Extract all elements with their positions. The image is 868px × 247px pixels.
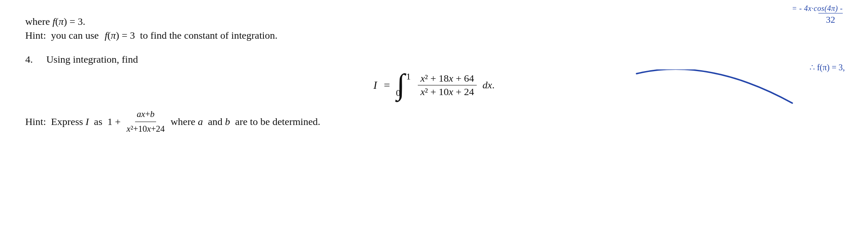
dx-label: dx. [483, 80, 495, 91]
main-content: where f(π) = 3. Hint: you can use f(π) =… [0, 8, 868, 143]
integral-symbol: 1 ∫ 0 [397, 73, 405, 98]
integral-block: I = 1 ∫ 0 x² + 18x + 64 x² + 10x + 24 [25, 73, 843, 98]
hint1-line: Hint: you can use f(π) = 3 to find the c… [25, 30, 843, 41]
hint2-line: Hint: Express I as 1 + ax+b x²+10x+24 wh… [25, 108, 843, 135]
integral-fraction: x² + 18x + 64 x² + 10x + 24 [418, 73, 477, 98]
page-container: = - 4x·cos(4π) - 32 ∴ f(π) = 3, where f(… [0, 0, 868, 247]
denominator: x² + 10x + 24 [418, 85, 477, 98]
question-number: 4. [25, 53, 46, 65]
annotation-line2: 32 [818, 13, 843, 27]
hint2-denominator: x²+10x+24 [125, 122, 167, 136]
annotation-top-right: = - 4x·cos(4π) - 32 [792, 3, 843, 27]
equals-sign: = [384, 79, 390, 92]
question-4-row: 4. Using integration, find [25, 53, 843, 65]
question-text: Using integration, find [46, 53, 138, 65]
upper-limit: 1 [406, 72, 411, 81]
numerator: x² + 18x + 64 [418, 73, 477, 85]
integral-expression: I = 1 ∫ 0 x² + 18x + 64 x² + 10x + 24 [374, 73, 495, 98]
annotation-line1: = - 4x·cos(4π) - [792, 3, 843, 14]
hint2-where: where a and b are to be determined. [168, 114, 321, 129]
I-label: I [374, 79, 377, 92]
hint2-fraction: ax+b x²+10x+24 [125, 108, 167, 135]
hint2-numerator: ax+b [135, 108, 156, 122]
hint2-prefix: Hint: Express I as 1 + [25, 114, 123, 129]
f-pi-eq: f [53, 16, 56, 27]
where-line: where f(π) = 3. [25, 16, 843, 27]
annotation-mid-right: ∴ f(π) = 3, [810, 62, 845, 72]
lower-limit: 0 [396, 88, 401, 98]
